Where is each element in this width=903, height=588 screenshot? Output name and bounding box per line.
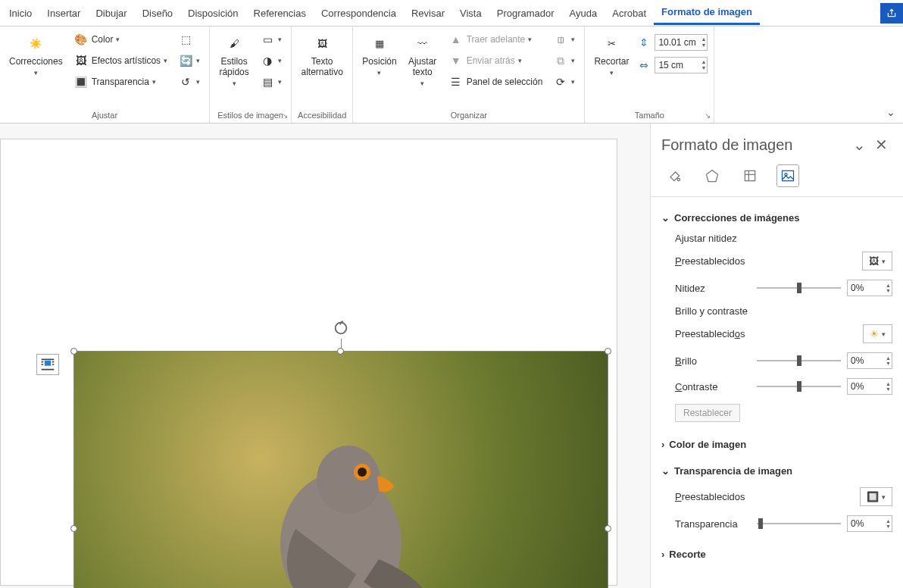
slider-contraste[interactable]: [757, 383, 841, 390]
spinner-up[interactable]: ▲: [886, 518, 891, 524]
chevron-down-icon: ▾: [233, 80, 236, 87]
tab-referencias[interactable]: Referencias: [246, 2, 314, 24]
share-button[interactable]: [880, 3, 903, 23]
color-button[interactable]: 🎨Color▾: [70, 30, 170, 49]
tab-revisar[interactable]: Revisar: [404, 2, 452, 24]
chevron-down-icon: ▾: [164, 57, 167, 64]
pane-tab-picture[interactable]: [776, 164, 799, 187]
spinner-down[interactable]: ▼: [886, 361, 891, 366]
pane-options-button[interactable]: ⌄: [848, 136, 870, 154]
slider-thumb[interactable]: [758, 518, 763, 529]
resize-handle-nw[interactable]: [70, 348, 77, 355]
pane-tab-fill[interactable]: [663, 164, 686, 187]
section-correcciones[interactable]: ⌄Correcciones de imágenes: [661, 209, 892, 227]
input-transparencia[interactable]: 0%▲▼: [847, 515, 892, 532]
slider-thumb[interactable]: [797, 381, 801, 392]
preset-icon: 🖼: [869, 255, 879, 267]
subheading-nitidez: Ajustar nitidez: [675, 230, 892, 247]
chevron-down-icon: ▾: [882, 493, 886, 501]
chevron-down-icon: ▾: [571, 36, 575, 43]
section-color-imagen[interactable]: ›Color de imagen: [661, 436, 892, 453]
height-icon: ⇕: [636, 35, 651, 50]
spinner-up[interactable]: ▲: [701, 59, 706, 65]
input-brillo[interactable]: 0%▲▼: [847, 352, 892, 369]
correcciones-button[interactable]: ☀️ Correcciones ▾: [6, 30, 66, 78]
tab-inicio[interactable]: Inicio: [2, 2, 39, 24]
dialog-launcher-tamano[interactable]: ↘: [705, 111, 711, 120]
spinner-up[interactable]: ▲: [886, 355, 891, 361]
slider-thumb[interactable]: [797, 355, 801, 366]
posicion-button[interactable]: ▦ Posición ▾: [359, 30, 399, 78]
preset-nitidez-button[interactable]: 🖼▾: [862, 252, 892, 271]
tab-acrobat[interactable]: Acrobat: [605, 2, 654, 24]
tab-formato-imagen[interactable]: Formato de imagen: [654, 1, 760, 25]
tab-vista[interactable]: Vista: [452, 2, 489, 24]
layout-options-button[interactable]: [36, 354, 59, 375]
label-transparencia: Transparencia: [675, 518, 751, 530]
compress-button[interactable]: ⬚: [175, 30, 203, 49]
pane-tab-layout[interactable]: [739, 164, 761, 187]
svg-rect-8: [745, 170, 755, 180]
pane-tab-effects[interactable]: [701, 164, 723, 187]
tab-insertar[interactable]: Insertar: [39, 2, 88, 24]
tab-disposicion[interactable]: Disposición: [180, 2, 245, 24]
spinner-down[interactable]: ▼: [701, 42, 706, 48]
tab-ayuda[interactable]: Ayuda: [562, 2, 605, 24]
group-label-accesibilidad: Accesibilidad: [298, 109, 346, 121]
tab-diseno[interactable]: Diseño: [135, 2, 180, 24]
pane-body: ⌄Correcciones de imágenes Ajustar nitide…: [651, 197, 903, 588]
width-input[interactable]: 15 cm▲▼: [655, 57, 708, 74]
slider-transparencia[interactable]: [757, 520, 841, 527]
chevron-down-icon: ▾: [377, 69, 381, 77]
picture-effects-button[interactable]: ◑▾: [257, 51, 285, 70]
rotate-button[interactable]: ⟳▾: [550, 72, 578, 92]
picture-border-button[interactable]: ▭▾: [257, 30, 285, 49]
width-icon: ⇔: [636, 58, 651, 73]
resize-handle-e[interactable]: [605, 525, 611, 532]
tab-dibujar[interactable]: Dibujar: [88, 2, 134, 24]
selected-image[interactable]: ANIMALES SALVAJES: [73, 351, 608, 588]
preset-transparencia-button[interactable]: 🔲▾: [860, 487, 892, 506]
panel-seleccion-button[interactable]: ☰Panel de selección: [445, 72, 546, 92]
slider-nitidez[interactable]: [757, 284, 841, 292]
transparencia-button[interactable]: 🔳Transparencia▾: [70, 72, 170, 92]
traer-adelante-button[interactable]: ▲Traer adelante▾: [445, 30, 546, 49]
recortar-button[interactable]: ✂ Recortar ▾: [591, 30, 632, 78]
align-button[interactable]: ⎅▾: [550, 30, 578, 49]
tab-programador[interactable]: Programador: [489, 2, 562, 24]
spinner-down[interactable]: ▼: [701, 65, 706, 71]
ajustar-texto-button[interactable]: 〰 Ajustar texto ▾: [405, 30, 441, 89]
close-pane-button[interactable]: ✕: [870, 136, 892, 154]
spinner-up[interactable]: ▲: [886, 283, 891, 288]
slider-brillo[interactable]: [757, 357, 841, 364]
input-nitidez[interactable]: 0%▲▼: [847, 280, 892, 296]
chevron-down-icon: ▾: [420, 80, 424, 87]
resize-handle-w[interactable]: [70, 525, 77, 532]
spinner-up[interactable]: ▲: [886, 381, 891, 386]
slider-thumb[interactable]: [797, 283, 801, 293]
enviar-atras-button[interactable]: ▼Enviar atrás▾: [445, 51, 546, 70]
section-transparencia-imagen[interactable]: ⌄Transparencia de imagen: [661, 462, 892, 480]
spinner-down[interactable]: ▼: [886, 288, 891, 293]
height-input[interactable]: 10.01 cm▲▼: [655, 34, 708, 51]
picture-layout-button[interactable]: ▤▾: [257, 72, 285, 92]
resize-handle-n[interactable]: [337, 348, 344, 355]
tab-correspondencia[interactable]: Correspondencia: [314, 2, 404, 24]
spinner-down[interactable]: ▼: [886, 386, 891, 392]
dialog-launcher-estilos[interactable]: ↘: [282, 111, 288, 120]
collapse-ribbon-button[interactable]: ⌄: [886, 106, 895, 118]
estilos-rapidos-button[interactable]: 🖌 Estilos rápidos ▾: [216, 30, 252, 89]
resize-handle-ne[interactable]: [605, 348, 611, 355]
texto-alternativo-button[interactable]: 🖼 Texto alternativo: [298, 30, 345, 80]
input-contraste[interactable]: 0%▲▼: [847, 378, 892, 395]
group-objects-button[interactable]: ⧉▾: [550, 51, 578, 70]
preset-brillo-button[interactable]: ☀▾: [863, 324, 892, 343]
section-recorte[interactable]: ›Recorte: [661, 546, 892, 563]
efectos-artisticos-button[interactable]: 🖼Efectos artísticos▾: [70, 51, 170, 70]
change-picture-button[interactable]: 🔄▾: [175, 51, 203, 70]
document-canvas[interactable]: ANIMALES SALVAJES: [0, 124, 650, 588]
spinner-down[interactable]: ▼: [886, 524, 891, 529]
reset-picture-button[interactable]: ↺▾: [175, 72, 203, 92]
spinner-up[interactable]: ▲: [701, 36, 706, 42]
svg-point-2: [317, 446, 380, 514]
